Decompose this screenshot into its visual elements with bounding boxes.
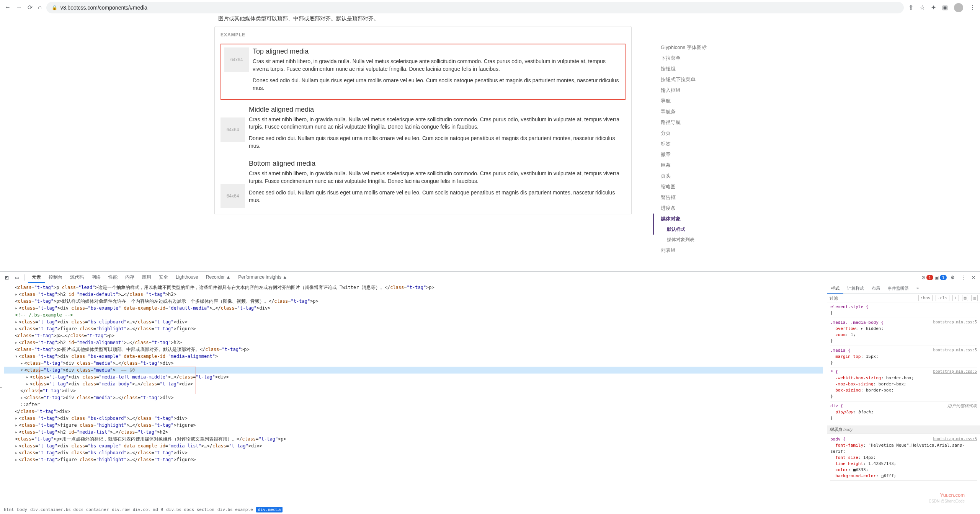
crumb[interactable]: div.row <box>112 507 129 512</box>
sidebar-item[interactable]: 按钮式下拉菜单 <box>653 74 745 85</box>
dom-node[interactable]: ▾<class="t-tag">div class="media"> == $0 <box>4 367 823 374</box>
sidebar-item[interactable]: 路径导航 <box>653 117 745 128</box>
sidebar-item[interactable]: 导航 <box>653 96 745 106</box>
crumb[interactable]: div.media <box>256 507 283 512</box>
reload-icon[interactable]: ⟳ <box>28 4 33 11</box>
sidebar-item[interactable]: 缩略图 <box>653 181 745 192</box>
dom-node[interactable]: ▸<class="t-tag">div class="bs-clipboard"… <box>4 318 823 325</box>
sidebar-sub-item[interactable]: 媒体对象列表 <box>653 235 745 245</box>
dom-node[interactable]: <class="t-tag">p>图片或其他媒体类型可以顶部、中部或底部对齐。默… <box>4 346 823 353</box>
styles-tab[interactable]: 事件监听器 <box>884 283 913 294</box>
share-icon[interactable]: ⇪ <box>908 4 913 11</box>
error-count[interactable]: 1 <box>926 275 933 280</box>
dom-node[interactable]: ▸<class="t-tag">figure class="highlight"… <box>4 422 823 429</box>
sidebar-item[interactable]: 标签 <box>653 139 745 149</box>
styles-tab[interactable]: » <box>913 283 923 294</box>
sidebar-item[interactable]: 列表组 <box>653 245 745 256</box>
styles-tab[interactable]: 样式 <box>827 283 843 294</box>
dom-node[interactable]: ▸<class="t-tag">div class="bs-example" d… <box>4 442 823 449</box>
dom-node[interactable]: </class="t-tag">div> <box>4 408 823 415</box>
sidebar-item[interactable]: 分页 <box>653 128 745 139</box>
info-count[interactable]: 1 <box>940 275 947 280</box>
dom-node[interactable]: </class="t-tag">div> <box>4 387 823 394</box>
sidebar-item[interactable]: 下拉菜单 <box>653 53 745 64</box>
dom-node[interactable]: ▸<class="t-tag">div class="bs-clipboard"… <box>4 449 823 456</box>
dom-node[interactable]: ▾<class="t-tag">div class="bs-example" d… <box>4 353 823 360</box>
sidebar-item[interactable]: 按钮组 <box>653 64 745 74</box>
error-badge-icon[interactable]: ⊘ <box>921 275 925 280</box>
sidebar-item[interactable]: 导航条 <box>653 106 745 117</box>
sidebar-item[interactable]: Glyphicons 字体图标 <box>653 42 745 53</box>
dom-node[interactable]: ▸<class="t-tag">div class="bs-clipboard"… <box>4 415 823 422</box>
hov-toggle[interactable]: :hov <box>918 295 933 301</box>
dom-node[interactable]: ::after <box>4 401 823 408</box>
sidebar-item[interactable]: 进度条 <box>653 203 745 214</box>
elements-tree[interactable]: ⋯ <class="t-tag">p class="lead">这是一个抽象的样… <box>0 283 827 505</box>
dom-node[interactable]: ▸<class="t-tag">h2 id="media-default">…<… <box>4 291 823 298</box>
dom-node[interactable]: ▸<class="t-tag">div class="media-body">…… <box>4 380 823 387</box>
devtools-tab[interactable]: 安全 <box>155 272 172 282</box>
avatar[interactable] <box>954 3 963 12</box>
sidebar-item[interactable]: 输入框组 <box>653 85 745 96</box>
dom-node[interactable]: ▸<class="t-tag">div class="media">…</cla… <box>4 360 823 367</box>
sidebar-item[interactable]: 警告框 <box>653 192 745 203</box>
style-tool-icon[interactable]: ▤ <box>962 295 969 301</box>
back-icon[interactable]: ← <box>5 4 11 11</box>
styles-tab[interactable]: 计算样式 <box>843 283 868 294</box>
dom-node[interactable]: ▸<class="t-tag">figure class="highlight"… <box>4 325 823 332</box>
crumb[interactable]: html <box>4 507 14 512</box>
inspect-icon[interactable]: ◩ <box>2 273 11 282</box>
crumb[interactable]: div.col-md-9 <box>133 507 163 512</box>
device-icon[interactable]: ▭ <box>13 273 21 282</box>
extensions-icon[interactable]: ✦ <box>931 4 936 11</box>
settings-icon[interactable]: ⚙ <box>948 273 957 282</box>
bookmark-icon[interactable]: ☆ <box>920 4 925 11</box>
style-tool-icon[interactable]: ◫ <box>971 295 978 301</box>
cls-toggle[interactable]: .cls <box>936 295 950 301</box>
sidebar-item[interactable]: 巨幕 <box>653 160 745 171</box>
dom-node[interactable]: ▸<class="t-tag">div class="bs-example" d… <box>4 305 823 312</box>
devtools-tab[interactable]: 网络 <box>88 272 105 282</box>
home-icon[interactable]: ⌂ <box>38 4 42 11</box>
breadcrumb[interactable]: html body div.container.bs-docs-containe… <box>0 505 980 514</box>
crumb[interactable]: div.bs-docs-section <box>166 507 214 512</box>
crumb[interactable]: body <box>17 507 28 512</box>
dom-node[interactable]: ▸<class="t-tag">h2 id="media-list">…</cl… <box>4 429 823 436</box>
menu-icon[interactable]: ⋮ <box>969 4 975 11</box>
sidebar-item[interactable]: 媒体对象 <box>653 214 745 224</box>
dom-node[interactable]: ▸<class="t-tag">div class="media-left me… <box>4 374 823 380</box>
dom-node[interactable]: ▸<class="t-tag">div class="media">…</cla… <box>4 394 823 401</box>
dom-node[interactable]: ▸<class="t-tag">figure class="highlight"… <box>4 456 823 463</box>
dom-node[interactable]: ▸<class="t-tag">h2 id="media-alignment">… <box>4 339 823 346</box>
devtools-tab[interactable]: 控制台 <box>45 272 66 282</box>
devtools-tab[interactable]: 元素 <box>28 272 45 283</box>
info-badge-icon[interactable]: ▣ <box>934 275 939 280</box>
devtools-tab[interactable]: Lighthouse <box>172 272 202 282</box>
new-style-button[interactable]: + <box>952 295 959 301</box>
dom-node[interactable]: <class="t-tag">p class="lead">这是一个抽象的样式，… <box>4 284 823 291</box>
dom-node[interactable]: <class="t-tag">p>默认样式的媒体对象组件允许在一个内容块的左边或… <box>4 298 823 305</box>
dom-node[interactable]: <class="t-tag">p>…</class="t-tag">p> <box>4 332 823 339</box>
devtools-tab[interactable]: 内存 <box>121 272 138 282</box>
forward-icon[interactable]: → <box>16 4 22 11</box>
dom-node[interactable]: <!-- /.bs-example --> <box>4 312 823 318</box>
styles-rules[interactable]: element.style {}bootstrap.min.css:5.medi… <box>827 302 980 505</box>
dom-node[interactable]: <class="t-tag">p>用一点点额外的标记，就能在列表内使用媒体对象组… <box>4 436 823 442</box>
devtools-tab[interactable]: Performance insights ▲ <box>234 272 291 282</box>
devtools-tab[interactable]: 性能 <box>105 272 121 282</box>
devtools-tab[interactable]: Recorder ▲ <box>202 272 235 282</box>
sidebar-item[interactable]: 徽章 <box>653 149 745 160</box>
page-content: 图片或其他媒体类型可以顶部、中部或底部对齐。默认是顶部对齐。 64x64 Top… <box>0 15 980 271</box>
close-icon[interactable]: ✕ <box>969 273 978 282</box>
panel-icon[interactable]: ▣ <box>942 4 948 11</box>
crumb[interactable]: div.container.bs-docs-container <box>30 507 109 512</box>
sidebar-item[interactable]: 页头 <box>653 171 745 181</box>
styles-tab[interactable]: 布局 <box>868 283 884 294</box>
devtools-tab[interactable]: 应用 <box>138 272 155 282</box>
more-icon[interactable]: ⋮ <box>959 273 968 282</box>
styles-filter[interactable] <box>830 296 915 300</box>
devtools-tab[interactable]: 源代码 <box>66 272 88 282</box>
sidebar-sub-item[interactable]: 默认样式 <box>653 224 745 235</box>
url-bar[interactable]: 🔒 v3.bootcss.com/components/#media <box>46 2 904 13</box>
crumb[interactable]: div.bs-example <box>217 507 253 512</box>
